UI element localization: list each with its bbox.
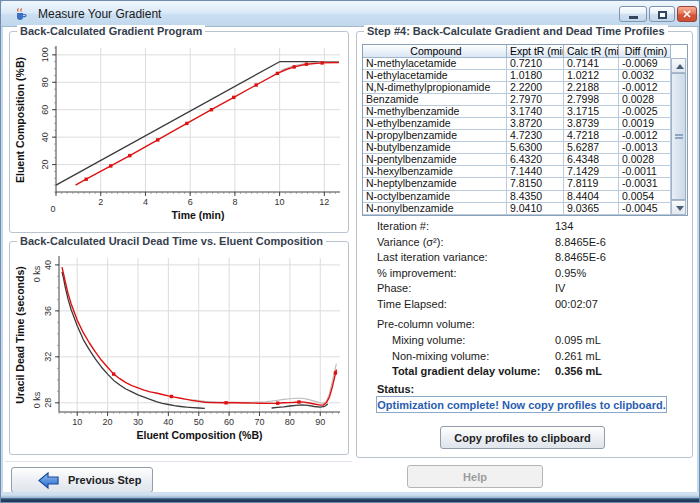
table-cell: N-ethylacetamide [363,70,507,82]
table-row[interactable]: N-nonylbenzamide9.04109.0365-0.0045 [363,203,687,215]
table-row[interactable]: N-butylbenzamide5.63005.6287-0.0013 [363,142,687,154]
previous-step-label: Previous Step [68,474,141,486]
column-header[interactable]: Expt tR (min) [507,45,564,58]
table-row[interactable]: N-methylacetamide0.72100.7141-0.0069 [363,58,687,70]
step4-panel: Step #4: Back-Calculate Gradient and Dea… [356,31,693,458]
table-cell: 3.8739 [564,118,619,130]
table-row[interactable]: N-propylbenzamide4.72304.7218-0.0012 [363,130,687,142]
table-cell: N-ethylbenzamide [363,118,507,130]
minimize-icon [629,16,638,19]
table-cell: N-nonylbenzamide [363,203,507,215]
table-row[interactable]: N-heptylbenzamide7.81507.8119-0.0031 [363,178,687,190]
table-row[interactable]: N-methylbenzamide3.17403.1715-0.0025 [363,106,687,118]
title-bar[interactable]: Measure Your Gradient [1,1,699,27]
table-row[interactable]: Benzamide2.79702.79980.0028 [363,94,687,106]
svg-text:2: 2 [98,197,103,207]
scroll-down-button[interactable] [671,200,686,215]
svg-text:0 ks: 0 ks [32,265,42,282]
table-cell: 0.0032 [619,70,671,82]
table-cell: N-propylbenzamide [363,130,507,142]
table-cell: -0.0069 [619,58,671,70]
table-cell: 4.7230 [507,130,564,142]
table-cell: 8.4404 [564,191,619,203]
previous-arrow-icon [38,471,60,491]
maximize-button[interactable] [649,6,675,22]
stat-value: IV [555,282,565,294]
table-cell: N-methylbenzamide [363,106,507,118]
table-cell: N-octylbenzamide [363,191,507,203]
table-cell: N-methylacetamide [363,58,507,70]
table-row[interactable]: N-hexylbenzamide7.14407.1429-0.0011 [363,166,687,178]
svg-text:80: 80 [285,417,295,427]
gradient-program-panel: Back-Calculated Gradient Program 0246810… [9,31,349,233]
column-header[interactable]: Diff (min) [619,45,671,58]
table-row[interactable]: N-octylbenzamide8.43508.44040.0054 [363,191,687,203]
svg-text:Time (min): Time (min) [172,209,225,221]
table-row[interactable]: N-ethylacetamide1.01801.02120.0032 [363,70,687,82]
svg-text:6: 6 [188,197,193,207]
previous-step-button[interactable]: Previous Step [11,467,153,493]
scroll-up-button[interactable] [671,58,686,73]
table-row[interactable]: N,N-dimethylpropionamide2.22002.2188-0.0… [363,82,687,94]
svg-text:40: 40 [40,132,50,142]
svg-text:32: 32 [43,352,53,362]
svg-text:Eluent Composition (%B): Eluent Composition (%B) [14,57,26,183]
table-cell: 6.4348 [564,154,619,166]
stat-value: 8.8465E-6 [555,251,606,263]
svg-text:60: 60 [224,417,234,427]
stat-label: Iteration #: [377,220,429,232]
table-cell: 3.1715 [564,106,619,118]
svg-text:90: 90 [315,417,325,427]
stat-label: Phase: [377,282,411,294]
table-cell: 0.7141 [564,58,619,70]
status-label: Status: [377,383,414,395]
svg-text:70: 70 [254,417,264,427]
window-title: Measure Your Gradient [38,7,161,21]
minimize-button[interactable] [619,6,647,22]
svg-text:100: 100 [40,47,50,62]
column-header[interactable]: Calc tR (min) [564,45,619,58]
copy-profiles-button[interactable]: Copy profiles to clipboard [440,426,605,449]
column-header[interactable]: Compound [363,45,507,58]
table-cell: 0.0028 [619,154,671,166]
precolumn-header: Pre-column volume: [377,318,475,330]
close-icon [678,7,696,21]
table-row[interactable]: N-ethylbenzamide3.87203.87390.0019 [363,118,687,130]
table-cell: 0.0028 [619,94,671,106]
stat-row: Phase:IV [377,282,411,294]
svg-text:10: 10 [72,417,82,427]
precolumn-row: Mixing volume:0.095 mL [392,334,465,346]
table-cell: 2.7970 [507,94,564,106]
table-cell: 5.6287 [564,142,619,154]
table-cell: 1.0212 [564,70,619,82]
precolumn-value: 0.095 mL [555,334,601,346]
stat-row: Time Elapsed:00:02:07 [377,298,447,310]
stat-label: Last iteration variance: [377,251,488,263]
scroll-down-icon [676,206,684,211]
table-cell: 7.8119 [564,178,619,190]
compound-table: CompoundExpt tR (min)Calc tR (min)Diff (… [362,44,688,216]
svg-text:40: 40 [43,260,53,270]
close-button[interactable] [677,6,697,22]
table-cell: 3.1740 [507,106,564,118]
svg-text:20: 20 [103,417,113,427]
svg-text:28: 28 [43,398,53,408]
table-scrollbar[interactable] [671,58,687,215]
precolumn-row: Total gradient delay volume:0.356 mL [392,365,540,377]
stat-value: 134 [555,220,573,232]
table-cell: 9.0365 [564,203,619,215]
table-cell: 8.4350 [507,191,564,203]
svg-text:Uracil Dead Time (seconds): Uracil Dead Time (seconds) [14,266,26,404]
scrollbar-thumb[interactable] [671,73,686,200]
stat-value: 0.95% [555,267,586,279]
svg-text:12: 12 [319,197,329,207]
step4-title: Step #4: Back-Calculate Gradient and Dea… [364,25,668,37]
stat-value: 00:02:07 [555,298,598,310]
dead-time-panel: Back-Calculated Uracil Dead Time vs. Elu… [9,241,349,455]
table-cell: 2.7998 [564,94,619,106]
precolumn-value: 0.261 mL [555,350,601,362]
table-row[interactable]: N-pentylbenzamide6.43206.43480.0028 [363,154,687,166]
svg-text:36: 36 [43,306,53,316]
table-cell: N-butylbenzamide [363,142,507,154]
help-button[interactable]: Help [407,465,543,488]
